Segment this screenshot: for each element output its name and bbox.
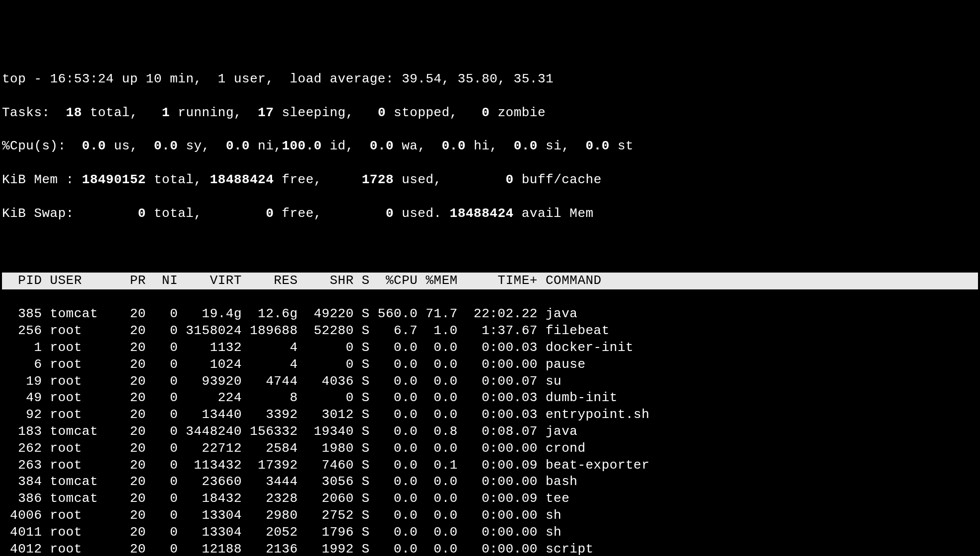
mem-line: KiB Mem : 18490152 total, 18488424 free,… xyxy=(2,172,978,189)
cpu-line: %Cpu(s): 0.0 us, 0.0 sy, 0.0 ni,100.0 id… xyxy=(2,138,978,155)
top-summary-line: top - 16:53:24 up 10 min, 1 user, load a… xyxy=(2,71,978,88)
process-row[interactable]: 19 root 20 0 93920 4744 4036 S 0.0 0.0 0… xyxy=(2,373,978,390)
process-row[interactable]: 183 tomcat 20 0 3448240 156332 19340 S 0… xyxy=(2,423,978,440)
process-row[interactable]: 263 root 20 0 113432 17392 7460 S 0.0 0.… xyxy=(2,457,978,474)
process-table-header[interactable]: PID USER PR NI VIRT RES SHR S %CPU %MEM … xyxy=(2,273,978,289)
process-row[interactable]: 385 tomcat 20 0 19.4g 12.6g 49220 S 560.… xyxy=(2,306,978,323)
process-row[interactable]: 6 root 20 0 1024 4 0 S 0.0 0.0 0:00.00 p… xyxy=(2,356,978,373)
tasks-line: Tasks: 18 total, 1 running, 17 sleeping,… xyxy=(2,105,978,122)
process-row[interactable]: 92 root 20 0 13440 3392 3012 S 0.0 0.0 0… xyxy=(2,407,978,423)
process-row[interactable]: 4006 root 20 0 13304 2980 2752 S 0.0 0.0… xyxy=(2,507,978,524)
process-row[interactable]: 4012 root 20 0 12188 2136 1992 S 0.0 0.0… xyxy=(2,541,978,556)
process-row[interactable]: 384 tomcat 20 0 23660 3444 3056 S 0.0 0.… xyxy=(2,474,978,490)
blank-line xyxy=(2,239,978,256)
process-list[interactable]: 385 tomcat 20 0 19.4g 12.6g 49220 S 560.… xyxy=(2,306,978,556)
process-row[interactable]: 256 root 20 0 3158024 189688 52280 S 6.7… xyxy=(2,323,978,340)
process-row[interactable]: 1 root 20 0 1132 4 0 S 0.0 0.0 0:00.03 d… xyxy=(2,340,978,356)
process-row[interactable]: 262 root 20 0 22712 2584 1980 S 0.0 0.0 … xyxy=(2,440,978,457)
process-row[interactable]: 4011 root 20 0 13304 2052 1796 S 0.0 0.0… xyxy=(2,524,978,541)
process-row[interactable]: 49 root 20 0 224 8 0 S 0.0 0.0 0:00.03 d… xyxy=(2,390,978,407)
swap-line: KiB Swap: 0 total, 0 free, 0 used. 18488… xyxy=(2,206,978,222)
process-row[interactable]: 386 tomcat 20 0 18432 2328 2060 S 0.0 0.… xyxy=(2,490,978,507)
